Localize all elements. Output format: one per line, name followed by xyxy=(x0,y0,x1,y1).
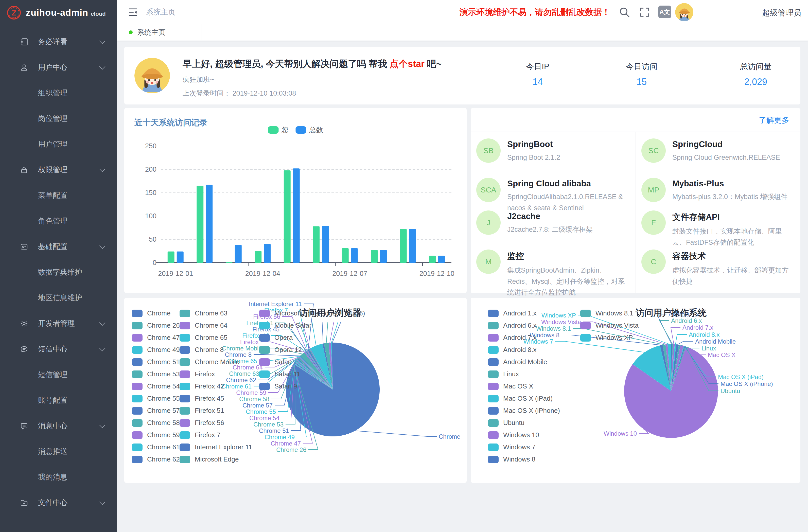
bar-您-2019-12-03[interactable] xyxy=(226,262,233,263)
legend-item-Android Mobile[interactable]: Android Mobile xyxy=(488,358,547,366)
sidebar-group-务必详看[interactable]: 务必详看 xyxy=(0,29,117,55)
legend-item-Mac OS X (iPad)[interactable]: Mac OS X (iPad) xyxy=(488,395,553,402)
legend-item-Ubuntu[interactable]: Ubuntu xyxy=(488,419,525,427)
legend-item-Windows 8[interactable]: Windows 8 xyxy=(488,455,535,463)
sidebar-group-开发者管理[interactable]: 开发者管理 xyxy=(0,311,117,336)
collapse-menu-icon[interactable] xyxy=(127,6,139,18)
legend-item-Windows 8.1[interactable]: Windows 8.1 xyxy=(580,309,633,317)
legend-item-Linux[interactable]: Linux xyxy=(488,370,519,378)
sidebar-item-角色管理[interactable]: 角色管理 xyxy=(0,208,117,234)
bar-总数-2019-12-10[interactable] xyxy=(438,256,445,263)
tech-cell-监控: M监控集成SpringBootAdmin、Zipkin、Redis、Mysql、… xyxy=(471,243,636,293)
legend-item-Microsoft Edge[interactable]: Microsoft Edge xyxy=(180,455,239,463)
bar-总数-2019-12-09[interactable] xyxy=(409,229,416,263)
legend-item-Chrome 51[interactable]: Chrome 51 xyxy=(132,358,180,366)
sidebar-item-地区信息维护[interactable]: 地区信息维护 xyxy=(0,285,117,311)
legend-item-Chrome 47[interactable]: Chrome 47 xyxy=(132,334,180,342)
legend-item-Chrome 55[interactable]: Chrome 55 xyxy=(132,395,180,402)
bar-总数-2019-12-08[interactable] xyxy=(380,250,387,263)
bar-总数-2019-12-02[interactable] xyxy=(206,185,213,263)
legend-item-Chrome 64[interactable]: Chrome 64 xyxy=(180,322,227,329)
legend-item-Chrome 26[interactable]: Chrome 26 xyxy=(132,322,180,329)
legend-item-Android 6.x[interactable]: Android 6.x xyxy=(488,322,537,329)
legend-item-Firefox 56[interactable]: Firefox 56 xyxy=(180,419,224,427)
legend-item-Safari[interactable]: Safari xyxy=(259,358,292,366)
bar-总数-2019-12-07[interactable] xyxy=(351,248,358,263)
bar-总数-2019-12-06[interactable] xyxy=(322,226,329,263)
bar-您-2019-12-10[interactable] xyxy=(429,256,436,263)
legend-item-Chrome 65[interactable]: Chrome 65 xyxy=(180,334,227,342)
legend-item-Chrome Mobile[interactable]: Chrome Mobile xyxy=(180,358,239,366)
legend-item-Chrome 49[interactable]: Chrome 49 xyxy=(132,346,180,354)
legend-item-Windows 7[interactable]: Windows 7 xyxy=(488,443,535,451)
bar-总数-2019-12-01[interactable] xyxy=(177,252,184,263)
sidebar-group-基础配置[interactable]: 基础配置 xyxy=(0,234,117,259)
translate-icon[interactable]: A文 xyxy=(658,5,671,18)
legend-item-Chrome 57[interactable]: Chrome 57 xyxy=(132,407,180,415)
bar-总数-2019-12-05[interactable] xyxy=(293,168,300,263)
sidebar-group-用户中心[interactable]: 用户中心 xyxy=(0,55,117,80)
legend-item-Mac OS X (iPhone)[interactable]: Mac OS X (iPhone) xyxy=(488,407,560,415)
topbar-avatar[interactable] xyxy=(675,3,693,21)
sidebar-item-我的消息[interactable]: 我的消息 xyxy=(0,464,117,490)
legend-item-Safari 11[interactable]: Safari 11 xyxy=(259,370,300,378)
legend-item-Chrome 58[interactable]: Chrome 58 xyxy=(132,419,180,427)
sidebar-item-账号配置[interactable]: 账号配置 xyxy=(0,387,117,413)
sidebar-item-数据字典维护[interactable]: 数据字典维护 xyxy=(0,259,117,285)
legend-item-Android 7.x[interactable]: Android 7.x xyxy=(488,334,537,342)
fullscreen-icon[interactable] xyxy=(639,6,651,18)
legend-item-Safari 9[interactable]: Safari 9 xyxy=(259,382,297,390)
sidebar-group-短信中心[interactable]: 短信中心 xyxy=(0,336,117,362)
legend-item-Chrome 61[interactable]: Chrome 61 xyxy=(132,443,180,451)
legend-item-Chrome 8[interactable]: Chrome 8 xyxy=(180,346,224,354)
sidebar-item-消息推送[interactable]: 消息推送 xyxy=(0,439,117,464)
legend-item-Chrome 62[interactable]: Chrome 62 xyxy=(132,455,180,463)
legend-item-总数[interactable]: 总数 xyxy=(296,125,323,134)
search-icon[interactable] xyxy=(618,6,630,18)
bar-您-2019-12-05[interactable] xyxy=(284,170,291,263)
legend-item-Chrome 54[interactable]: Chrome 54 xyxy=(132,382,180,390)
bar-您-2019-12-01[interactable] xyxy=(168,252,175,263)
sidebar-item-短信管理[interactable]: 短信管理 xyxy=(0,362,117,387)
legend-item-Windows Vista[interactable]: Windows Vista xyxy=(580,322,639,329)
sidebar-group-权限管理[interactable]: 权限管理 xyxy=(0,157,117,183)
legend-item-Firefox 45[interactable]: Firefox 45 xyxy=(180,395,224,402)
legend-item-Chrome 63[interactable]: Chrome 63 xyxy=(180,309,227,317)
sidebar-item-菜单配置[interactable]: 菜单配置 xyxy=(0,183,117,208)
sidebar-item-岗位管理[interactable]: 岗位管理 xyxy=(0,106,117,131)
legend-item-Firefox 7[interactable]: Firefox 7 xyxy=(180,431,220,439)
star-link[interactable]: 点个star xyxy=(389,59,425,69)
legend-item-Firefox 42[interactable]: Firefox 42 xyxy=(180,382,224,390)
legend-item-Firefox 51[interactable]: Firefox 51 xyxy=(180,407,224,415)
sidebar-group-消息中心[interactable]: 消息中心 xyxy=(0,413,117,439)
sidebar-group-文件中心[interactable]: 文件中心 xyxy=(0,490,117,515)
sidebar-item-组织管理[interactable]: 组织管理 xyxy=(0,80,117,106)
bar-您-2019-12-07[interactable] xyxy=(342,248,349,263)
legend-item-Chrome 53[interactable]: Chrome 53 xyxy=(132,370,180,378)
legend-item-Windows XP[interactable]: Windows XP xyxy=(580,334,633,342)
bar-您-2019-12-02[interactable] xyxy=(197,186,203,263)
legend-item-Android 1.x[interactable]: Android 1.x xyxy=(488,309,537,317)
learn-more-link[interactable]: 了解更多 xyxy=(759,115,789,126)
legend-item-Firefox[interactable]: Firefox xyxy=(180,370,215,378)
bar-您-2019-12-09[interactable] xyxy=(400,229,407,263)
legend-item-Chrome[interactable]: Chrome xyxy=(132,309,170,317)
topbar-username[interactable]: 超级管理员 xyxy=(762,7,802,18)
legend-item-您[interactable]: 您 xyxy=(268,125,289,134)
bar-总数-2019-12-04[interactable] xyxy=(264,244,271,263)
legend-item-Chrome 59[interactable]: Chrome 59 xyxy=(132,431,180,439)
breadcrumb[interactable]: 系统主页 xyxy=(146,7,176,17)
legend-item-Opera[interactable]: Opera xyxy=(259,334,293,342)
legend-item-Mac OS X[interactable]: Mac OS X xyxy=(488,382,533,390)
sidebar-item-用户管理[interactable]: 用户管理 xyxy=(0,131,117,157)
bar-您-2019-12-08[interactable] xyxy=(371,250,378,263)
bar-您-2019-12-04[interactable] xyxy=(255,251,261,263)
tab-home[interactable]: 系统主页 xyxy=(117,24,202,40)
legend-item-Android 8.x[interactable]: Android 8.x xyxy=(488,346,537,354)
legend-item-Mobile Safari[interactable]: Mobile Safari xyxy=(259,322,313,329)
bar-您-2019-12-06[interactable] xyxy=(313,226,319,263)
legend-item-Windows 10[interactable]: Windows 10 xyxy=(488,431,539,439)
bar-总数-2019-12-03[interactable] xyxy=(235,245,242,263)
legend-item-Internet Explorer 11[interactable]: Internet Explorer 11 xyxy=(180,443,252,451)
legend-item-Opera 12[interactable]: Opera 12 xyxy=(259,346,302,354)
